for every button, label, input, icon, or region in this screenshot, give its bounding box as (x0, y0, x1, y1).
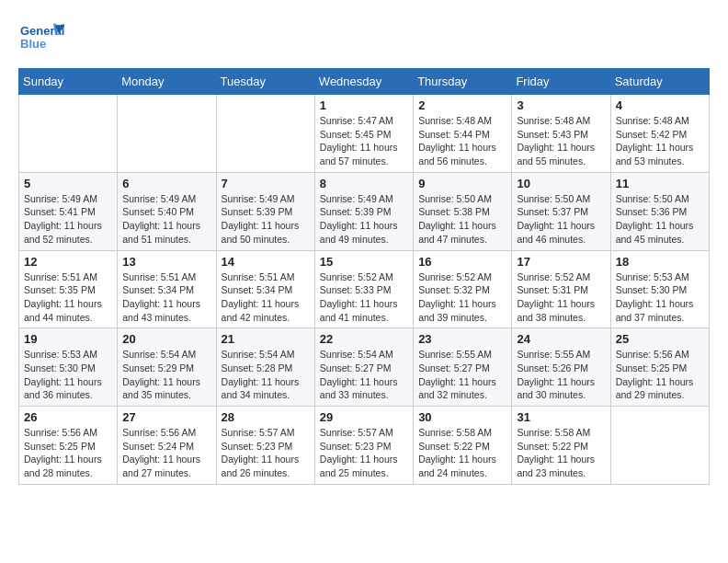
day-number: 1 (320, 98, 408, 112)
svg-text:Blue: Blue (20, 37, 46, 51)
calendar-cell: 13Sunrise: 5:51 AMSunset: 5:34 PMDayligh… (118, 250, 216, 328)
day-number: 28 (222, 410, 310, 424)
day-number: 12 (24, 255, 112, 269)
calendar-cell: 1Sunrise: 5:47 AMSunset: 5:45 PMDaylight… (314, 95, 413, 173)
day-info: Sunrise: 5:56 AMSunset: 5:24 PMDaylight:… (122, 426, 210, 480)
day-info: Sunrise: 5:48 AMSunset: 5:44 PMDaylight:… (418, 114, 506, 168)
day-info: Sunrise: 5:50 AMSunset: 5:37 PMDaylight:… (517, 192, 605, 247)
calendar-cell: 15Sunrise: 5:52 AMSunset: 5:33 PMDayligh… (314, 250, 413, 328)
day-number: 17 (517, 255, 605, 269)
day-info: Sunrise: 5:57 AMSunset: 5:23 PMDaylight:… (222, 426, 310, 480)
logo-icon: General Blue (18, 18, 64, 55)
calendar-cell: 31Sunrise: 5:58 AMSunset: 5:22 PMDayligh… (512, 407, 610, 485)
day-info: Sunrise: 5:53 AMSunset: 5:30 PMDaylight:… (24, 348, 112, 402)
day-number: 27 (122, 410, 210, 424)
day-info: Sunrise: 5:54 AMSunset: 5:29 PMDaylight:… (122, 348, 210, 402)
calendar-cell: 23Sunrise: 5:55 AMSunset: 5:27 PMDayligh… (414, 328, 512, 407)
calendar-cell: 2Sunrise: 5:48 AMSunset: 5:44 PMDaylight… (414, 95, 512, 173)
calendar-cell: 28Sunrise: 5:57 AMSunset: 5:23 PMDayligh… (216, 407, 314, 485)
day-number: 15 (320, 255, 408, 269)
day-info: Sunrise: 5:52 AMSunset: 5:33 PMDaylight:… (320, 270, 408, 325)
weekday-header-monday: Monday (118, 69, 216, 95)
day-number: 30 (418, 410, 506, 424)
calendar-cell (118, 95, 216, 173)
calendar-cell: 19Sunrise: 5:53 AMSunset: 5:30 PMDayligh… (19, 328, 118, 407)
calendar-cell: 7Sunrise: 5:49 AMSunset: 5:39 PMDaylight… (216, 172, 314, 250)
weekday-header-tuesday: Tuesday (216, 69, 314, 95)
day-info: Sunrise: 5:58 AMSunset: 5:22 PMDaylight:… (517, 426, 605, 480)
calendar-cell: 21Sunrise: 5:54 AMSunset: 5:28 PMDayligh… (216, 328, 314, 407)
calendar-cell: 20Sunrise: 5:54 AMSunset: 5:29 PMDayligh… (118, 328, 216, 407)
calendar-cell: 14Sunrise: 5:51 AMSunset: 5:34 PMDayligh… (216, 250, 314, 328)
weekday-header-friday: Friday (512, 69, 610, 95)
day-info: Sunrise: 5:58 AMSunset: 5:22 PMDaylight:… (418, 426, 506, 480)
day-number: 29 (320, 410, 408, 424)
day-info: Sunrise: 5:51 AMSunset: 5:35 PMDaylight:… (24, 270, 112, 325)
calendar-cell: 27Sunrise: 5:56 AMSunset: 5:24 PMDayligh… (118, 407, 216, 485)
calendar-cell: 5Sunrise: 5:49 AMSunset: 5:41 PMDaylight… (19, 172, 118, 250)
weekday-header-sunday: Sunday (19, 69, 118, 95)
calendar-cell: 3Sunrise: 5:48 AMSunset: 5:43 PMDaylight… (512, 95, 610, 173)
calendar-cell: 24Sunrise: 5:55 AMSunset: 5:26 PMDayligh… (512, 328, 610, 407)
day-number: 26 (24, 410, 112, 424)
day-number: 6 (122, 177, 210, 190)
day-info: Sunrise: 5:49 AMSunset: 5:39 PMDaylight:… (320, 192, 408, 247)
day-info: Sunrise: 5:48 AMSunset: 5:42 PMDaylight:… (616, 114, 704, 168)
day-number: 8 (320, 177, 408, 190)
calendar-cell: 25Sunrise: 5:56 AMSunset: 5:25 PMDayligh… (610, 328, 709, 407)
day-number: 19 (24, 332, 112, 346)
calendar-cell: 12Sunrise: 5:51 AMSunset: 5:35 PMDayligh… (19, 250, 118, 328)
day-info: Sunrise: 5:56 AMSunset: 5:25 PMDaylight:… (616, 348, 704, 402)
day-info: Sunrise: 5:51 AMSunset: 5:34 PMDaylight:… (122, 270, 210, 325)
calendar-cell: 9Sunrise: 5:50 AMSunset: 5:38 PMDaylight… (414, 172, 512, 250)
calendar-cell: 11Sunrise: 5:50 AMSunset: 5:36 PMDayligh… (610, 172, 709, 250)
day-number: 5 (24, 177, 112, 190)
calendar-table: SundayMondayTuesdayWednesdayThursdayFrid… (18, 68, 710, 485)
day-number: 18 (616, 255, 704, 269)
day-info: Sunrise: 5:50 AMSunset: 5:38 PMDaylight:… (418, 192, 506, 247)
day-number: 7 (222, 177, 310, 190)
day-number: 9 (418, 177, 506, 190)
day-number: 3 (517, 98, 605, 112)
calendar-cell: 29Sunrise: 5:57 AMSunset: 5:23 PMDayligh… (314, 407, 413, 485)
calendar-cell: 26Sunrise: 5:56 AMSunset: 5:25 PMDayligh… (19, 407, 118, 485)
day-info: Sunrise: 5:53 AMSunset: 5:30 PMDaylight:… (616, 270, 704, 325)
weekday-header-wednesday: Wednesday (314, 69, 413, 95)
day-number: 13 (122, 255, 210, 269)
day-info: Sunrise: 5:55 AMSunset: 5:27 PMDaylight:… (418, 348, 506, 402)
day-number: 16 (418, 255, 506, 269)
day-info: Sunrise: 5:54 AMSunset: 5:28 PMDaylight:… (222, 348, 310, 402)
day-number: 20 (122, 332, 210, 346)
day-info: Sunrise: 5:47 AMSunset: 5:45 PMDaylight:… (320, 114, 408, 168)
day-info: Sunrise: 5:49 AMSunset: 5:41 PMDaylight:… (24, 192, 112, 247)
weekday-header-saturday: Saturday (610, 69, 709, 95)
day-info: Sunrise: 5:50 AMSunset: 5:36 PMDaylight:… (616, 192, 704, 247)
calendar-cell: 30Sunrise: 5:58 AMSunset: 5:22 PMDayligh… (414, 407, 512, 485)
calendar-cell: 16Sunrise: 5:52 AMSunset: 5:32 PMDayligh… (414, 250, 512, 328)
day-number: 24 (517, 332, 605, 346)
day-number: 14 (222, 255, 310, 269)
day-number: 2 (418, 98, 506, 112)
logo: General Blue (18, 18, 64, 59)
day-number: 10 (517, 177, 605, 190)
calendar-cell: 4Sunrise: 5:48 AMSunset: 5:42 PMDaylight… (610, 95, 709, 173)
day-info: Sunrise: 5:55 AMSunset: 5:26 PMDaylight:… (517, 348, 605, 402)
day-info: Sunrise: 5:51 AMSunset: 5:34 PMDaylight:… (222, 270, 310, 325)
calendar-cell: 17Sunrise: 5:52 AMSunset: 5:31 PMDayligh… (512, 250, 610, 328)
day-number: 21 (222, 332, 310, 346)
day-info: Sunrise: 5:48 AMSunset: 5:43 PMDaylight:… (517, 114, 605, 168)
day-info: Sunrise: 5:56 AMSunset: 5:25 PMDaylight:… (24, 426, 112, 480)
calendar-cell: 8Sunrise: 5:49 AMSunset: 5:39 PMDaylight… (314, 172, 413, 250)
day-number: 31 (517, 410, 605, 424)
day-info: Sunrise: 5:52 AMSunset: 5:31 PMDaylight:… (517, 270, 605, 325)
calendar-cell: 18Sunrise: 5:53 AMSunset: 5:30 PMDayligh… (610, 250, 709, 328)
day-info: Sunrise: 5:52 AMSunset: 5:32 PMDaylight:… (418, 270, 506, 325)
calendar-cell (19, 95, 118, 173)
day-info: Sunrise: 5:57 AMSunset: 5:23 PMDaylight:… (320, 426, 408, 480)
day-number: 4 (616, 98, 704, 112)
day-info: Sunrise: 5:49 AMSunset: 5:40 PMDaylight:… (122, 192, 210, 247)
calendar-cell: 6Sunrise: 5:49 AMSunset: 5:40 PMDaylight… (118, 172, 216, 250)
day-number: 23 (418, 332, 506, 346)
day-info: Sunrise: 5:49 AMSunset: 5:39 PMDaylight:… (222, 192, 310, 247)
calendar-cell (610, 407, 709, 485)
